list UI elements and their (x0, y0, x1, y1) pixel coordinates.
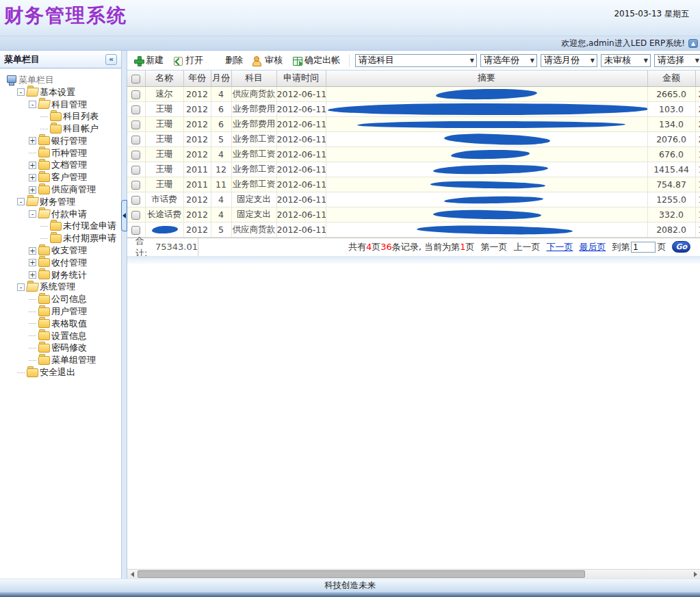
month-cell: 12 (211, 162, 231, 177)
folder-icon (38, 331, 49, 340)
row-checkbox[interactable] (131, 181, 140, 190)
collapse-icon[interactable]: - (17, 88, 25, 96)
horizontal-scrollbar[interactable] (127, 569, 700, 579)
tree-item[interactable]: 科目帐户 (1, 123, 120, 135)
tree-item[interactable]: +财务统计 (1, 269, 120, 281)
year-cell: 2012 (183, 207, 211, 222)
row-checkbox[interactable] (131, 226, 140, 235)
tree-item[interactable]: 菜单组管理 (1, 354, 120, 366)
expand-icon[interactable]: + (29, 174, 36, 181)
tree-item[interactable]: +收支管理 (1, 244, 120, 257)
tree-item[interactable]: 科目列表 (1, 110, 120, 123)
subject-select[interactable]: 请选科目▼ (355, 54, 477, 67)
expand-icon[interactable]: + (29, 247, 36, 255)
status-select[interactable]: 未审核▼ (601, 54, 651, 67)
top-header: 财务管理系统 2015-03-13 星期五 (0, 0, 700, 36)
expand-icon[interactable]: + (29, 271, 36, 279)
confirm-billing-button[interactable]: 确定出帐 (287, 53, 345, 68)
subject-cell: 业务部工资 (231, 131, 276, 147)
column-header: 摘要 (326, 71, 647, 86)
choose-select[interactable]: 请选择▼ (654, 54, 700, 67)
subject-cell: 业务部费用 (231, 101, 276, 116)
redaction-scribble (357, 121, 625, 128)
row-checkbox[interactable] (131, 151, 140, 160)
splitter-collapse-handle[interactable] (121, 200, 127, 231)
collapse-icon[interactable]: - (29, 210, 36, 218)
select-all-checkbox[interactable] (131, 75, 140, 84)
row-checkbox[interactable] (131, 166, 140, 175)
welcome-collapse-icon[interactable]: ▲ (688, 39, 698, 48)
month-select[interactable]: 请选月份▼ (541, 54, 597, 67)
scrollbar-thumb[interactable] (138, 570, 585, 578)
tree-item[interactable]: -财务管理 (1, 196, 120, 208)
new-button[interactable]: 新建 (129, 53, 168, 68)
sidebar-collapse-button[interactable]: « (105, 54, 117, 65)
row-checkbox[interactable] (131, 211, 140, 220)
tree-item[interactable]: -科目管理 (1, 99, 120, 111)
collapse-icon[interactable]: - (29, 101, 36, 108)
tree-item[interactable]: -系统管理 (1, 281, 120, 294)
tree-item[interactable]: 未付期票申请 (1, 232, 120, 244)
table-row: 王珊20124业务部工资2012-06-11676.01 (127, 147, 700, 162)
delete-button[interactable]: 删除 (208, 53, 248, 68)
collapse-icon[interactable]: - (17, 198, 25, 205)
expand-icon[interactable]: + (29, 162, 36, 169)
name-cell: 王珊 (145, 177, 183, 192)
scroll-left-arrow-icon[interactable] (127, 570, 137, 579)
scroll-right-arrow-icon[interactable] (690, 570, 700, 579)
tree-item[interactable]: 表格取值 (1, 318, 120, 330)
tree-item[interactable]: 菜单栏目 (1, 74, 120, 86)
tree-item[interactable]: +供应商管理 (1, 183, 120, 196)
subject-cell: 固定支出 (231, 207, 276, 222)
clipped-cell: 1 (695, 192, 700, 207)
sidebar-title: 菜单栏目 (4, 53, 40, 66)
welcome-bar: 欢迎您,admin进入LED ERP系统! ▲ (0, 36, 700, 51)
tree-item[interactable]: +收付管理 (1, 257, 120, 269)
collapse-icon[interactable]: - (17, 283, 25, 291)
content-panel: 新建打开删除审核确定出帐 请选科目▼请选年份▼请选月份▼未审核▼请选择▼ 名称年… (127, 51, 700, 579)
next-page-link[interactable]: 下一页 (546, 241, 573, 253)
year-cell: 2011 (183, 177, 211, 192)
tree-item[interactable]: 币种管理 (1, 147, 120, 160)
tree-item[interactable]: +客户管理 (1, 171, 120, 183)
goto-page-input[interactable] (631, 242, 656, 253)
row-checkbox[interactable] (131, 120, 140, 129)
row-checkbox[interactable] (131, 136, 140, 144)
tree-item[interactable]: 密码修改 (1, 342, 120, 355)
go-button[interactable]: Go (672, 241, 690, 253)
row-checkbox[interactable] (131, 90, 140, 99)
tree-item[interactable]: 安全退出 (1, 366, 120, 379)
year-cell: 2011 (183, 162, 211, 177)
row-checkbox[interactable] (131, 105, 140, 114)
tree-item[interactable]: +银行管理 (1, 135, 120, 147)
tree-item[interactable]: 用户管理 (1, 305, 120, 318)
summary-cell (326, 147, 647, 162)
expand-icon[interactable]: + (29, 137, 36, 144)
folder-icon (50, 125, 61, 134)
checkbox-cell (127, 192, 145, 207)
chevron-down-icon: ▼ (591, 58, 595, 64)
subject-cell: 业务部工资 (231, 162, 276, 177)
tree-item[interactable]: 设置信息 (1, 330, 120, 342)
audit-button[interactable]: 审核 (248, 53, 287, 68)
tree-item-label: 供应商管理 (51, 183, 96, 196)
checkbox-cell (127, 116, 145, 131)
clipped-cell: 2 (695, 101, 700, 116)
expand-icon[interactable]: + (29, 259, 36, 266)
tree-item[interactable]: 未付现金申请 (1, 220, 120, 233)
table-header-row: 名称年份月份科目申请时间摘要金额预 (127, 71, 700, 86)
last-page-link[interactable]: 最后页 (579, 241, 606, 253)
tree-item[interactable]: -付款申请 (1, 208, 120, 220)
row-checkbox[interactable] (131, 196, 140, 205)
tree-item[interactable]: -基本设置 (1, 86, 120, 99)
year-select[interactable]: 请选年份▼ (480, 54, 537, 67)
first-page-link[interactable]: 第一页 (480, 241, 507, 253)
prev-page-link[interactable]: 上一页 (513, 241, 540, 253)
expand-icon[interactable]: + (29, 186, 36, 194)
redaction-scribble (416, 225, 572, 236)
tree-item[interactable]: +文档管理 (1, 160, 120, 172)
tree-item[interactable]: 公司信息 (1, 293, 120, 305)
pagination-controls: 共有4页36条记录, 当前为第1页 第一页 上一页 下一页 最后页 到第 页 G… (198, 241, 700, 253)
toolbar-filters: 请选科目▼请选年份▼请选月份▼未审核▼请选择▼ (349, 54, 700, 67)
open-button[interactable]: 打开 (168, 53, 208, 68)
